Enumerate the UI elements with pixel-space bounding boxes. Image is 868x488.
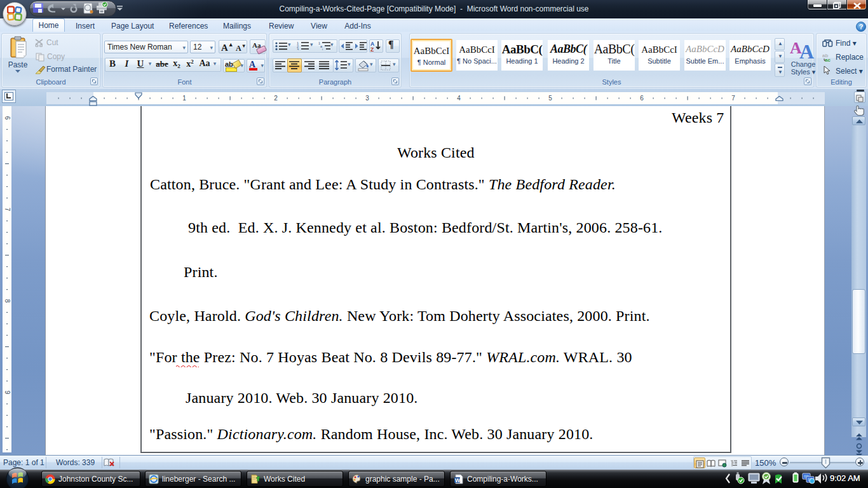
- svg-text:5: 5: [548, 95, 552, 102]
- svg-text:9: 9: [4, 391, 11, 395]
- svg-text:6: 6: [640, 95, 644, 102]
- svg-text:3: 3: [365, 95, 369, 102]
- svg-text:7: 7: [4, 208, 11, 212]
- svg-text:4: 4: [457, 95, 461, 102]
- svg-text:8: 8: [4, 299, 11, 303]
- svg-text:Z: Z: [370, 46, 374, 52]
- svg-text:ac: ac: [825, 57, 831, 62]
- svg-text:6: 6: [4, 116, 11, 120]
- svg-text:W: W: [455, 477, 461, 484]
- svg-text:3: 3: [297, 48, 299, 51]
- svg-text:2: 2: [274, 95, 278, 102]
- svg-text:1: 1: [182, 95, 186, 102]
- svg-text:i: i: [322, 48, 323, 51]
- svg-text:A: A: [799, 40, 814, 60]
- svg-text:7: 7: [731, 95, 735, 102]
